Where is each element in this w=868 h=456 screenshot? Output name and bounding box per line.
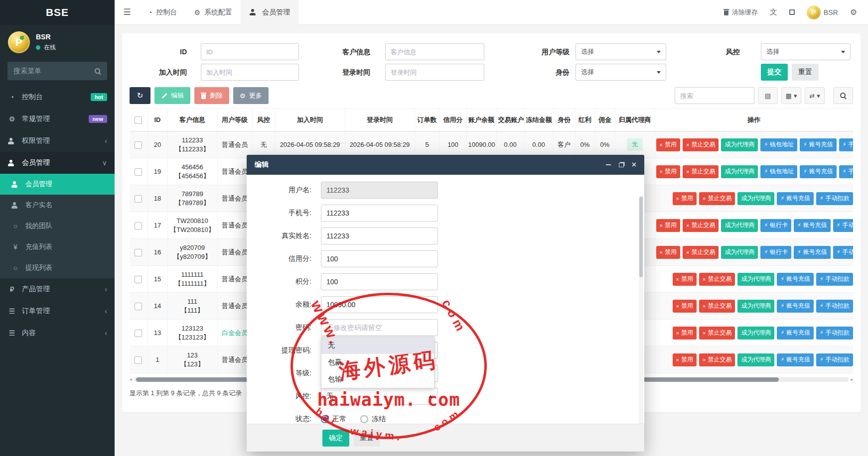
row-checkbox[interactable] [135, 222, 142, 229]
become-agent-button[interactable]: 成为代理商 [737, 192, 774, 205]
modal-input-3[interactable] [321, 250, 438, 267]
sidebar-item-products[interactable]: ₽产品管理‹ [0, 278, 115, 300]
tab-console[interactable]: ◔控制台 [140, 0, 185, 25]
disable-button[interactable]: ×禁用 [673, 353, 697, 366]
modal-input-5[interactable] [321, 296, 438, 313]
filter-input-4[interactable] [201, 64, 299, 81]
manual-deduct-button[interactable]: ⚡手动扣款 [833, 219, 853, 232]
sidebar-toggle-button[interactable]: ☰ [115, 0, 140, 25]
bank-card-button[interactable]: ⚡银行卡 [760, 246, 791, 259]
dropdown-option[interactable]: 无 [321, 337, 434, 354]
tab-system-config[interactable]: ⚙系统配置 [185, 0, 241, 25]
account-recharge-button[interactable]: ⚡账号充值 [777, 192, 814, 205]
confirm-button[interactable]: 确定 [322, 430, 349, 447]
manual-deduct-button[interactable]: ⚡手动扣款 [839, 138, 853, 151]
forbid-trade-button[interactable]: ×禁止交易 [683, 165, 719, 178]
account-recharge-button[interactable]: ⚡账号充值 [777, 273, 814, 286]
manual-deduct-button[interactable]: ⚡手动扣款 [816, 353, 853, 366]
modal-input-1[interactable] [321, 205, 438, 222]
filter-input-0[interactable] [201, 43, 299, 60]
select-all-checkbox[interactable] [135, 116, 142, 124]
become-agent-button[interactable]: 成为代理商 [737, 353, 774, 366]
sidebar-subitem-realname[interactable]: 客户实名 [0, 195, 115, 216]
modal-scrollbar[interactable] [639, 196, 643, 424]
forbid-trade-button[interactable]: ×禁止交易 [683, 138, 719, 151]
dropdown-option[interactable]: 包输 [321, 371, 434, 388]
settings-button[interactable]: ⚙ [850, 7, 857, 17]
modal-scrollbar-thumb[interactable] [639, 197, 643, 277]
sidebar-item-permissions[interactable]: 权限管理‹ [0, 130, 115, 152]
minimize-button[interactable] [606, 164, 611, 165]
radio-option[interactable]: 正常 [321, 415, 346, 424]
manual-deduct-button[interactable]: ⚡手动扣款 [839, 165, 853, 178]
fullscreen-table-button[interactable] [833, 87, 853, 104]
bank-card-button[interactable]: ⚡银行卡 [760, 219, 791, 232]
disable-button[interactable]: ×禁用 [656, 138, 680, 151]
sidebar-subitem-team[interactable]: ○我的团队 [0, 216, 115, 236]
wallet-address-button[interactable]: ⚡钱包地址 [760, 138, 797, 151]
language-button[interactable]: 文 [770, 7, 777, 17]
row-checkbox[interactable] [135, 330, 142, 337]
sidebar-item-orders[interactable]: ☰订单管理‹ [0, 300, 115, 322]
become-agent-button[interactable]: 成为代理商 [737, 300, 774, 313]
fullscreen-button[interactable] [789, 9, 795, 15]
row-checkbox[interactable] [135, 249, 142, 256]
forbid-trade-button[interactable]: ×禁止交易 [683, 246, 719, 259]
sidebar-item-general[interactable]: ⚙常规管理new [0, 108, 115, 130]
sidebar-subitem-withdraw-list[interactable]: ○提现列表 [0, 257, 115, 278]
row-checkbox[interactable] [135, 303, 142, 310]
account-recharge-button[interactable]: ⚡账号充值 [800, 165, 837, 178]
disable-button[interactable]: ×禁用 [673, 273, 697, 286]
sidebar-item-content[interactable]: ☰内容‹ [0, 322, 115, 344]
forbid-trade-button[interactable]: ×禁止交易 [699, 192, 735, 205]
wallet-address-button[interactable]: ⚡钱包地址 [760, 165, 797, 178]
become-agent-button[interactable]: 成为代理商 [737, 327, 774, 340]
row-checkbox[interactable] [135, 141, 142, 149]
manual-deduct-button[interactable]: ⚡手动扣款 [816, 273, 853, 286]
clear-cache-button[interactable]: 清除缓存 [723, 8, 758, 17]
row-checkbox[interactable] [135, 276, 142, 283]
modal-input-2[interactable] [321, 228, 438, 244]
refresh-button[interactable]: ↻ [130, 87, 150, 104]
more-button[interactable]: ⚙更多 [233, 87, 269, 104]
become-agent-button[interactable]: 成为代理商 [721, 219, 758, 232]
account-recharge-button[interactable]: ⚡账号充值 [777, 300, 814, 313]
filter-input-1[interactable] [385, 43, 484, 60]
sidebar-subitem-recharge-list[interactable]: ¥充值列表 [0, 236, 115, 257]
forbid-trade-button[interactable]: ×禁止交易 [699, 353, 735, 366]
close-button[interactable]: × [632, 160, 636, 169]
table-search-input[interactable] [675, 87, 754, 104]
sidebar-item-console[interactable]: ◔控制台hot [0, 86, 115, 108]
become-agent-button[interactable]: 成为代理商 [721, 246, 758, 259]
dropdown-option[interactable]: 包赢 [321, 354, 434, 371]
forbid-trade-button[interactable]: ×禁止交易 [699, 300, 735, 313]
filter-select-6[interactable]: 选择 [576, 64, 666, 81]
edit-button[interactable]: 编辑 [154, 87, 190, 104]
become-agent-button[interactable]: 成为代理商 [721, 138, 758, 151]
account-recharge-button[interactable]: ⚡账号充值 [794, 246, 831, 259]
become-agent-button[interactable]: 成为代理商 [721, 165, 758, 178]
row-checkbox[interactable] [135, 356, 142, 364]
modal-input-4[interactable] [321, 273, 438, 290]
account-recharge-button[interactable]: ⚡账号充值 [777, 353, 814, 366]
disable-button[interactable]: ×禁用 [656, 165, 680, 178]
disable-button[interactable]: ×禁用 [656, 246, 680, 259]
forbid-trade-button[interactable]: ×禁止交易 [699, 273, 735, 286]
forbid-trade-button[interactable]: ×禁止交易 [683, 219, 719, 232]
modal-header[interactable]: 编辑 × [247, 155, 644, 175]
sidebar-search-input[interactable]: 搜索菜单 [7, 62, 107, 80]
disable-button[interactable]: ×禁用 [673, 192, 697, 205]
become-agent-button[interactable]: 成为代理商 [737, 273, 774, 286]
filter-select-2[interactable]: 选择 [576, 43, 666, 60]
disable-button[interactable]: ×禁用 [673, 300, 697, 313]
disable-button[interactable]: ×禁用 [673, 327, 697, 340]
row-checkbox[interactable] [135, 168, 142, 176]
user-menu-button[interactable]: PBSR [807, 5, 838, 19]
modal-select-9[interactable]: 无 [321, 388, 438, 405]
filter-input-5[interactable] [385, 64, 484, 81]
export-button[interactable]: ⇄▾ [805, 87, 825, 104]
manual-deduct-button[interactable]: ⚡手动扣款 [816, 327, 853, 340]
tab-members[interactable]: 会员管理 [241, 0, 298, 25]
modal-reset-button[interactable]: 重置 [353, 430, 380, 447]
account-recharge-button[interactable]: ⚡账号充值 [794, 219, 831, 232]
